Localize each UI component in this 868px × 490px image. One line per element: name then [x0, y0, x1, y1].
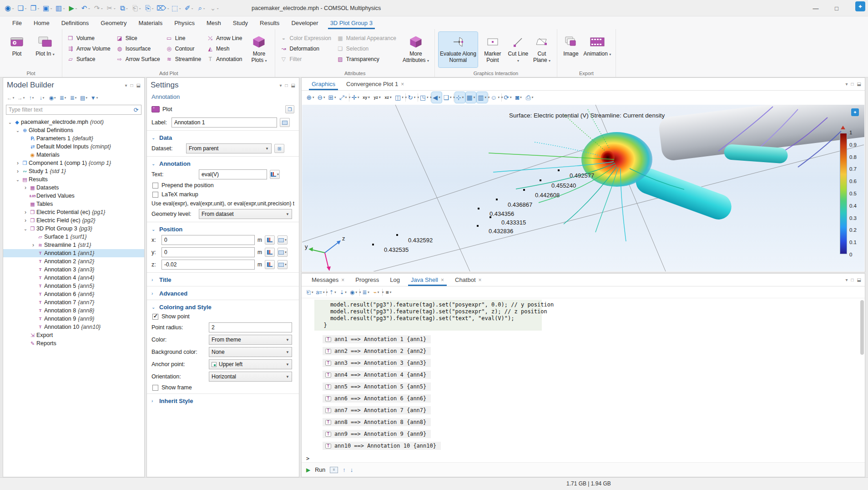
panel-menu-icon[interactable]: ▾: [845, 277, 848, 282]
indent-down-icon[interactable]: ⇣▾: [338, 288, 348, 297]
console-icon[interactable]: ≡: [330, 467, 338, 473]
tree-expand-arrow[interactable]: [15, 177, 21, 182]
nav-forward-icon[interactable]: →▾: [16, 93, 25, 102]
search-doc-icon[interactable]: ⌕⌄: [196, 2, 208, 14]
panel-menu-icon[interactable]: ▾: [845, 82, 848, 87]
graphics-tab[interactable]: Convergence Plot 1 ×: [341, 78, 409, 90]
delete-icon[interactable]: ⌦⌄: [156, 2, 170, 14]
tree-row[interactable]: ❒ Electric Field (ec) {pg2}: [3, 216, 144, 225]
background-color-select[interactable]: None▼: [209, 347, 292, 357]
add-plot-button[interactable]: ◎ Contour: [165, 43, 204, 54]
add-plot-button[interactable]: ▭ Line: [165, 33, 204, 43]
tree-row[interactable]: ✎ Reports: [3, 339, 144, 347]
console-tab[interactable]: Chatbot ×: [449, 274, 487, 286]
section-title[interactable]: ›Title: [151, 276, 294, 283]
maximize-button[interactable]: □: [826, 0, 847, 16]
quick-help-icon[interactable]: ✦: [855, 1, 865, 11]
panel-pin-icon[interactable]: ⬓: [291, 83, 295, 88]
tree-row[interactable]: ⊕ Global Definitions: [3, 126, 144, 134]
show-output-icon[interactable]: ◉▾: [349, 288, 358, 297]
shell-output[interactable]: model.result("pg3").feature(tag).set("po…: [302, 299, 859, 461]
stop-icon[interactable]: ■▾: [384, 288, 393, 297]
tree-row[interactable]: 8.85 Derived Values: [3, 192, 144, 200]
snapshot-icon[interactable]: ◙▾: [514, 92, 524, 103]
more-attributes-button[interactable]: More Attributes ▾: [401, 32, 431, 67]
add-plot-button[interactable]: ⇶ Arrow Volume: [66, 43, 113, 54]
tree-row[interactable]: T Annotation 5 {ann5}: [3, 282, 144, 290]
attribute-button[interactable]: ❏ Selection: [336, 43, 399, 54]
label-field[interactable]: Annotation 1: [172, 117, 277, 128]
ribbon-tab[interactable]: 3D Plot Group 3: [324, 16, 378, 29]
ribbon-tab[interactable]: Results: [254, 16, 285, 29]
cut-line-button[interactable]: Cut Line ▾: [508, 32, 529, 67]
annotation-text-field[interactable]: eval(V): [199, 169, 267, 179]
panel-pin-icon[interactable]: ⬓: [136, 83, 141, 88]
tree-row[interactable]: ❒ Component 1 (comp 1) {comp 1}: [3, 159, 144, 167]
run-icon[interactable]: ▶: [306, 467, 310, 473]
tree-row[interactable]: ▦ Tables: [3, 200, 144, 208]
plot-button[interactable]: Plot: [4, 32, 30, 67]
section-annotation[interactable]: ⌄Annotation: [151, 160, 294, 167]
show-frame-checkbox[interactable]: [152, 385, 158, 391]
attribute-button[interactable]: ▨ Transparency: [336, 54, 399, 64]
field-options-icon[interactable]: ▾: [278, 260, 288, 269]
view-xz-icon[interactable]: xz▾: [383, 92, 393, 103]
panel-float-icon[interactable]: □: [131, 83, 133, 88]
ribbon-tab[interactable]: Geometry: [95, 16, 132, 29]
sep[interactable]: ▾: [359, 289, 360, 296]
camera-icon[interactable]: ◫▾: [394, 92, 404, 103]
scrollbar[interactable]: [860, 300, 864, 355]
print-icon[interactable]: ⎙▾: [525, 92, 535, 103]
tree-row[interactable]: Pᵢ Parameters 1 {default}: [3, 134, 144, 143]
sep[interactable]: ▾: [405, 93, 406, 102]
new-file-icon[interactable]: ❏⌄: [16, 2, 28, 14]
sep[interactable]: ▾: [430, 93, 431, 102]
plot-window-icon[interactable]: ❐: [285, 105, 294, 113]
tree-row[interactable]: ⇄ Default Model Inputs {cminpt}: [3, 143, 144, 151]
show-icon[interactable]: ◉▾: [48, 93, 57, 102]
history-up-icon[interactable]: ↑: [343, 466, 346, 473]
tree-row[interactable]: ▱ Surface 1 {surf1}: [3, 233, 144, 241]
panel-menu-icon[interactable]: ▾: [279, 83, 282, 88]
sep[interactable]: ▾: [488, 93, 489, 102]
expression-icon[interactable]: ▾: [270, 170, 280, 179]
tree-row[interactable]: T Annotation 2 {ann2}: [3, 257, 144, 265]
tree-row[interactable]: ⇲ Export: [3, 331, 144, 339]
tree-row[interactable]: ▦ Datasets: [3, 184, 144, 192]
tree-expand-arrow[interactable]: [30, 242, 36, 248]
tree-row[interactable]: ◆ pacemaker_electrode.mph (root): [3, 118, 144, 126]
tree-row[interactable]: T Annotation 7 {ann7}: [3, 298, 144, 306]
console-tab[interactable]: Log ×: [384, 274, 405, 286]
tree-row[interactable]: ❒ Electric Potential (ec) {pg1}: [3, 208, 144, 216]
save-icon[interactable]: ▣⌄: [42, 2, 54, 14]
evaluate-along-normal-button[interactable]: Evaluate Along Normal: [439, 32, 478, 67]
selection-person-icon[interactable]: ☺▾: [490, 92, 500, 103]
scene-light-icon[interactable]: ◳▾: [419, 92, 429, 103]
run-button[interactable]: Run: [315, 467, 325, 473]
view-xy-icon[interactable]: xy▾: [361, 92, 371, 103]
add-plot-button[interactable]: ◪ Slice: [115, 33, 163, 43]
nav-back-icon[interactable]: ←▾: [6, 93, 15, 102]
indent-up-icon[interactable]: ⇡▾: [328, 288, 337, 297]
move-up-icon[interactable]: ↑▾: [27, 93, 36, 102]
tree-row[interactable]: T Annotation 10 {ann10}: [3, 323, 144, 331]
close-icon[interactable]: ×: [341, 277, 344, 283]
add-plot-button[interactable]: ≋ Streamline: [165, 54, 204, 64]
sep[interactable]: ▾: [326, 289, 327, 296]
ribbon-tab[interactable]: Definitions: [56, 16, 95, 29]
geometry-level-select[interactable]: From dataset▼: [199, 209, 292, 219]
add-plot-button[interactable]: ◍ Isosurface: [115, 43, 163, 54]
tree-row[interactable]: ◉ Materials: [3, 151, 144, 159]
comsol-logo-icon[interactable]: ◉⌄: [4, 2, 15, 14]
move-down-icon[interactable]: ↓▾: [37, 93, 46, 102]
rename-icon[interactable]: [280, 118, 290, 127]
tree-expand-arrow[interactable]: [22, 209, 29, 215]
model-tree-nodes-icon[interactable]: ▤▾: [79, 93, 88, 102]
add-plot-button[interactable]: ❒ Volume: [66, 33, 113, 43]
collapse-all-icon[interactable]: ≣▾: [58, 93, 67, 102]
sep[interactable]: ▾: [349, 93, 349, 102]
copy-icon[interactable]: ⧉⌄: [118, 2, 130, 14]
rotate-icon[interactable]: ↻▾: [407, 92, 417, 103]
tree-expand-arrow[interactable]: [7, 120, 13, 125]
y-position-field[interactable]: 0: [161, 247, 255, 257]
